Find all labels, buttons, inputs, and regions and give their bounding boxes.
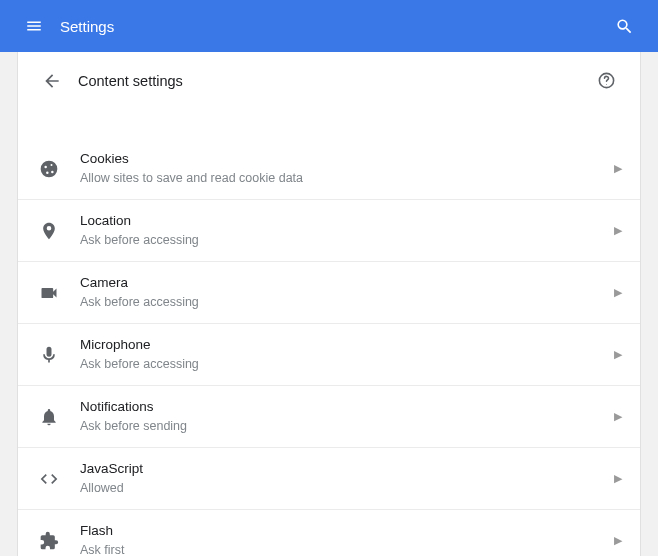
app-title: Settings: [60, 18, 606, 35]
row-text: Camera Ask before accessing: [80, 274, 606, 311]
row-subtitle: Ask before sending: [80, 418, 606, 435]
row-title: Microphone: [80, 336, 606, 354]
row-subtitle: Ask before accessing: [80, 356, 606, 373]
arrow-back-icon: [42, 71, 62, 91]
chevron-right-icon: ▶: [614, 410, 622, 423]
help-button[interactable]: [590, 65, 622, 97]
extension-icon: [38, 530, 60, 552]
chevron-right-icon: ▶: [614, 472, 622, 485]
code-icon: [38, 468, 60, 490]
content-row-flash[interactable]: Flash Ask first ▶: [18, 510, 640, 556]
row-text: JavaScript Allowed: [80, 460, 606, 497]
content-row-camera[interactable]: Camera Ask before accessing ▶: [18, 262, 640, 324]
content-row-notifications[interactable]: Notifications Ask before sending ▶: [18, 386, 640, 448]
svg-point-1: [606, 84, 607, 85]
row-subtitle: Ask before accessing: [80, 232, 606, 249]
cookie-icon: [38, 158, 60, 180]
location-icon: [38, 220, 60, 242]
camera-icon: [38, 282, 60, 304]
row-text: Flash Ask first: [80, 522, 606, 556]
chevron-right-icon: ▶: [614, 286, 622, 299]
settings-sheet: Content settings Cookies Allow sites to …: [17, 52, 641, 556]
row-subtitle: Allow sites to save and read cookie data: [80, 170, 606, 187]
back-button[interactable]: [36, 65, 68, 97]
header-spacer: [18, 110, 640, 138]
row-subtitle: Allowed: [80, 480, 606, 497]
content-row-location[interactable]: Location Ask before accessing ▶: [18, 200, 640, 262]
row-title: Notifications: [80, 398, 606, 416]
chevron-right-icon: ▶: [614, 224, 622, 237]
row-title: JavaScript: [80, 460, 606, 478]
bell-icon: [38, 406, 60, 428]
search-icon: [615, 17, 634, 36]
chevron-right-icon: ▶: [614, 534, 622, 547]
row-text: Cookies Allow sites to save and read coo…: [80, 150, 606, 187]
hamburger-menu-button[interactable]: [16, 8, 52, 44]
row-subtitle: Ask before accessing: [80, 294, 606, 311]
search-button[interactable]: [606, 8, 642, 44]
content-canvas: Content settings Cookies Allow sites to …: [0, 52, 658, 556]
app-topbar: Settings: [0, 0, 658, 52]
hamburger-icon: [25, 17, 43, 35]
microphone-icon: [38, 344, 60, 366]
page-header: Content settings: [18, 52, 640, 110]
row-subtitle: Ask first: [80, 542, 606, 556]
row-title: Camera: [80, 274, 606, 292]
row-title: Cookies: [80, 150, 606, 168]
row-title: Flash: [80, 522, 606, 540]
content-row-javascript[interactable]: JavaScript Allowed ▶: [18, 448, 640, 510]
help-icon: [597, 71, 616, 90]
row-text: Microphone Ask before accessing: [80, 336, 606, 373]
chevron-right-icon: ▶: [614, 162, 622, 175]
row-title: Location: [80, 212, 606, 230]
row-text: Location Ask before accessing: [80, 212, 606, 249]
row-text: Notifications Ask before sending: [80, 398, 606, 435]
content-row-cookies[interactable]: Cookies Allow sites to save and read coo…: [18, 138, 640, 200]
page-title: Content settings: [78, 73, 590, 89]
chevron-right-icon: ▶: [614, 348, 622, 361]
content-row-microphone[interactable]: Microphone Ask before accessing ▶: [18, 324, 640, 386]
